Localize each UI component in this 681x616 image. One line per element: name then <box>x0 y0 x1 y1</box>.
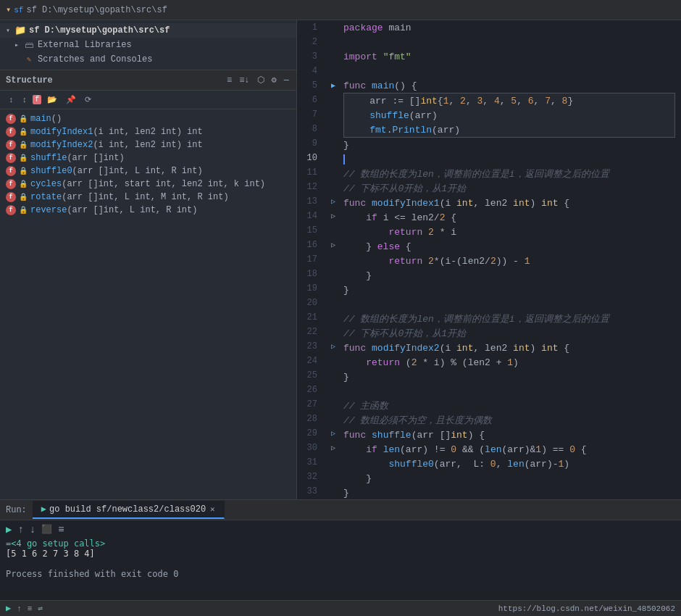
code-line-11[interactable]: // 数组的长度为len，调整前的位置是i，返回调整之后的位置 <box>340 167 681 181</box>
struct-item-shuffle[interactable]: f 🔒 shuffle(arr []int) <box>0 151 296 165</box>
struct-item-cycles[interactable]: f 🔒 cycles(arr []int, start int, len2 in… <box>0 178 296 191</box>
ln-4: 4 <box>297 64 320 78</box>
gutter-21 <box>326 310 340 325</box>
code-line-20[interactable] <box>340 297 681 312</box>
code-line-29[interactable]: func shuffle(arr []int) { <box>340 428 681 442</box>
lock-icon-shuffle: 🔒 <box>19 154 28 162</box>
gutter-30[interactable]: ▷ <box>326 441 340 455</box>
code-line-4[interactable] <box>340 64 681 78</box>
run-output-finished: Process finished with exit code 0 <box>6 569 675 579</box>
code-line-23[interactable]: func modifyIndex2(i int, len2 int) int { <box>340 341 681 355</box>
gutter-13[interactable]: ▷ <box>326 194 340 209</box>
gutter: ▶ ▷ ▷ ▷ ▷ <box>326 20 340 499</box>
filter-icon[interactable]: f <box>33 95 41 104</box>
code-line-33[interactable]: } <box>340 486 681 499</box>
structure-expand-btn[interactable]: ⬡ <box>256 73 266 87</box>
structure-tools: ↕ ↕ f 📂 📌 ⟳ <box>0 91 296 109</box>
db-icon: 🗃 <box>23 39 35 51</box>
sort-down-icon[interactable]: ↕ <box>20 94 30 106</box>
code-line-7[interactable]: shuffle(arr) <box>344 108 674 122</box>
refresh-icon[interactable]: ⟳ <box>82 93 94 106</box>
structure-list: f 🔒 main() f 🔒 modifyIndex1(i int, len2 … <box>0 109 296 499</box>
struct-item-reverse[interactable]: f 🔒 reverse(arr []int, L int, R int) <box>0 204 296 217</box>
run-output-result: [5 1 6 2 7 3 8 4] <box>6 549 675 559</box>
struct-item-main[interactable]: f 🔒 main() <box>0 112 296 125</box>
folder-icon-sf: 📁 <box>14 25 26 36</box>
struct-label-modifyindex1: modifyIndex1(i int, len2 int) int <box>30 127 203 137</box>
code-line-5[interactable]: func main() { <box>340 78 681 93</box>
code-line-26[interactable] <box>340 384 681 399</box>
code-line-3[interactable]: import "fmt" <box>340 49 681 64</box>
code-line-9[interactable]: } <box>340 138 681 152</box>
status-left: ▶ ↑ ≡ ⇌ <box>6 603 43 614</box>
code-line-12[interactable]: // 下标不从0开始，从1开始 <box>340 181 681 196</box>
ln-30: 30 <box>297 441 320 455</box>
gutter-5[interactable]: ▶ <box>326 78 340 93</box>
code-line-28[interactable]: // 数组必须不为空，且长度为偶数 <box>340 413 681 428</box>
code-line-31[interactable]: shuffle0(arr, L: 0, len(arr)-1) <box>340 457 681 471</box>
run-clear-btn[interactable]: ≡ <box>58 524 64 536</box>
ln-28: 28 <box>297 412 320 426</box>
code-line-19[interactable]: } <box>340 283 681 297</box>
run-content: ▶ ↑ ↓ ⬛ ≡ =<4 go setup calls> [5 1 6 2 7… <box>0 520 681 600</box>
tree-label-external: External Libraries <box>38 40 132 50</box>
tree-item-scratches[interactable]: ✎ Scratches and Consoles <box>0 52 296 67</box>
code-line-21[interactable]: // 数组的长度为len，调整前的位置是i，返回调整之后的位置 <box>340 312 681 326</box>
structure-panel: Structure ≡ ≡↓ ⬡ ⚙ — ↕ ↕ f 📂 📌 ⟳ <box>0 70 296 499</box>
code-line-6[interactable]: arr := []int{1, 2, 3, 4, 5, 6, 7, 8} <box>344 93 674 108</box>
gutter-29[interactable]: ▷ <box>326 426 340 441</box>
tree-item-external[interactable]: ▸ 🗃 External Libraries <box>0 38 296 52</box>
code-line-10[interactable] <box>340 152 681 167</box>
gutter-17 <box>326 252 340 267</box>
gutter-14[interactable]: ▷ <box>326 209 340 223</box>
code-line-25[interactable]: } <box>340 370 681 384</box>
code-line-17[interactable]: return 2*(i-(len2/2)) - 1 <box>340 254 681 268</box>
lock-icon-rotate: 🔒 <box>19 193 28 201</box>
gutter-23[interactable]: ▷ <box>326 339 340 354</box>
code-line-22[interactable]: // 下标不从0开始，从1开始 <box>340 326 681 341</box>
pin-icon[interactable]: 📌 <box>63 93 79 106</box>
run-down-btn[interactable]: ↓ <box>30 524 35 536</box>
struct-item-shuffle0[interactable]: f 🔒 shuffle0(arr []int, L int, R int) <box>0 165 296 178</box>
ln-8: 8 <box>297 122 320 136</box>
code-line-16[interactable]: } else { <box>340 239 681 254</box>
code-lines[interactable]: package main import "fmt" func main() { <box>340 20 681 499</box>
struct-item-modifyindex2[interactable]: f 🔒 modifyIndex2(i int, len2 int) int <box>0 138 296 151</box>
struct-item-rotate[interactable]: f 🔒 rotate(arr []int, L int, M int, R in… <box>0 191 296 204</box>
code-line-14[interactable]: if i <= len2/2 { <box>340 210 681 225</box>
code-line-32[interactable]: } <box>340 471 681 486</box>
code-line-1[interactable]: package main <box>340 20 681 35</box>
code-line-24[interactable]: return (2 * i) % (len2 + 1) <box>340 355 681 370</box>
run-tab-active[interactable]: ▶ go build sf/newclass2/class020 ✕ <box>33 501 225 519</box>
run-play-btn[interactable]: ▶ <box>6 523 12 536</box>
ln-2: 2 <box>297 35 320 49</box>
code-line-15[interactable]: return 2 * i <box>340 225 681 239</box>
run-stop-btn[interactable]: ⬛ <box>41 524 52 535</box>
code-editor[interactable]: 1 2 3 4 5 6 7 8 9 10 11 12 13 14 15 16 1… <box>297 20 681 499</box>
gutter-33 <box>326 484 340 499</box>
code-line-27[interactable]: // 主函数 <box>340 399 681 413</box>
code-line-2[interactable] <box>340 35 681 49</box>
ln-15: 15 <box>297 223 320 238</box>
gutter-18 <box>326 267 340 281</box>
folder-struct-icon[interactable]: 📂 <box>44 93 60 106</box>
code-line-8[interactable]: fmt.Println(arr) <box>344 122 674 137</box>
gutter-15 <box>326 223 340 238</box>
structure-settings-btn[interactable]: ⚙ <box>270 73 278 87</box>
structure-sort-btn[interactable]: ≡↓ <box>238 74 251 87</box>
sort-up-icon[interactable]: ↕ <box>6 94 17 106</box>
code-line-18[interactable]: } <box>340 268 681 283</box>
gutter-16[interactable]: ▷ <box>326 238 340 252</box>
code-line-13[interactable]: func modifyIndex1(i int, len2 int) int { <box>340 196 681 210</box>
struct-item-modifyindex1[interactable]: f 🔒 modifyIndex1(i int, len2 int) int <box>0 125 296 138</box>
structure-sort-alpha-btn[interactable]: ≡ <box>225 74 233 87</box>
run-tab-close-btn[interactable]: ✕ <box>210 504 215 514</box>
tree-item-sf[interactable]: ▾ 📁 sf D:\mysetup\gopath\src\sf <box>0 23 296 38</box>
structure-close-btn[interactable]: — <box>283 74 291 87</box>
status-up-icon: ↑ <box>17 604 22 613</box>
f-badge-reverse: f <box>6 205 16 215</box>
run-up-btn[interactable]: ↑ <box>17 524 23 536</box>
status-list-icon: ≡ <box>28 604 33 613</box>
ln-11: 11 <box>297 165 320 180</box>
code-line-30[interactable]: if len(arr) != 0 && (len(arr)&1) == 0 { <box>340 442 681 457</box>
